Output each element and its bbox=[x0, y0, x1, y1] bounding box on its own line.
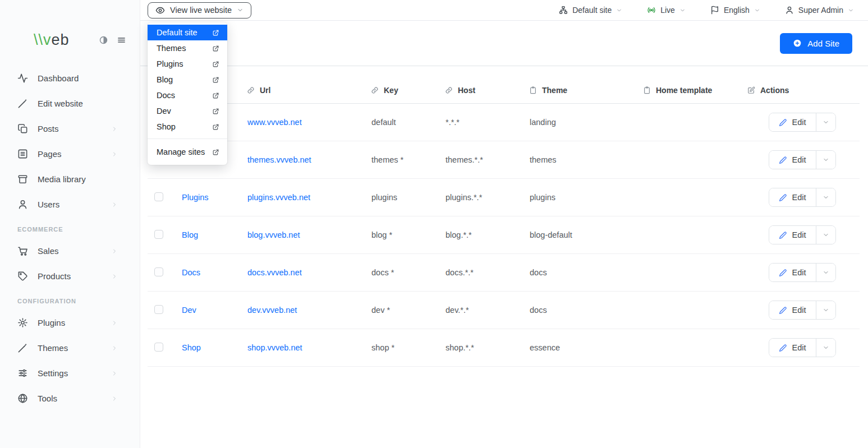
edit-button[interactable]: Edit bbox=[769, 301, 816, 319]
view-live-website-label: View live website bbox=[170, 6, 232, 15]
menu-item-label: Plugins bbox=[157, 59, 183, 68]
edit-button-label: Edit bbox=[792, 306, 806, 315]
sidebar-item-label: Themes bbox=[38, 343, 68, 353]
sidebar-item[interactable]: Sales bbox=[0, 238, 140, 264]
sidebar-item[interactable]: Posts bbox=[0, 116, 140, 141]
sidebar-item-icon bbox=[17, 271, 28, 281]
menu-item[interactable]: Themes bbox=[148, 40, 227, 56]
edit-dropdown-toggle[interactable] bbox=[816, 113, 835, 131]
topbar-right-menu: Default site Live English Super Admin bbox=[559, 6, 854, 15]
row-checkbox[interactable] bbox=[154, 192, 163, 201]
edit-dropdown-toggle[interactable] bbox=[816, 264, 835, 281]
sidebar-item[interactable]: Products bbox=[0, 264, 140, 289]
site-url-link[interactable]: themes.vvveb.net bbox=[247, 155, 311, 164]
table-row: Themes themes.vvveb.net themes * themes.… bbox=[148, 141, 860, 179]
sidebar-item[interactable]: Plugins bbox=[0, 310, 140, 335]
site-url-link[interactable]: shop.vvveb.net bbox=[247, 343, 302, 352]
pencil-icon bbox=[779, 306, 787, 315]
sidebar-item[interactable]: Users bbox=[0, 192, 140, 217]
edit-dropdown-toggle[interactable] bbox=[816, 301, 835, 319]
row-checkbox[interactable] bbox=[154, 230, 163, 239]
edit-dropdown-toggle[interactable] bbox=[816, 151, 835, 169]
site-theme-cell: plugins bbox=[529, 179, 643, 216]
menu-item[interactable]: Docs bbox=[148, 87, 227, 103]
sidebar-item[interactable]: Themes bbox=[0, 335, 140, 361]
pencil-icon bbox=[779, 344, 787, 352]
topbar-menu-item[interactable]: Live bbox=[647, 6, 686, 15]
chevron-down-icon bbox=[823, 232, 829, 238]
sidebar-item-icon bbox=[17, 393, 28, 404]
topbar-menu-item[interactable]: English bbox=[710, 6, 760, 15]
site-name-link[interactable]: Docs bbox=[182, 268, 200, 277]
menu-item[interactable]: Shop bbox=[148, 119, 227, 135]
logo-green-part: \\v bbox=[34, 31, 52, 48]
row-checkbox[interactable] bbox=[154, 267, 163, 276]
column-header-label: Actions bbox=[760, 86, 789, 95]
menu-item[interactable]: Default site bbox=[148, 25, 227, 40]
add-site-button[interactable]: Add Site bbox=[780, 33, 852, 54]
sidebar-item-label: Products bbox=[38, 271, 71, 281]
site-name-link[interactable]: Blog bbox=[182, 230, 198, 239]
sidebar-item-label: Dashboard bbox=[38, 73, 79, 83]
site-url-link[interactable]: blog.vvveb.net bbox=[247, 230, 300, 239]
edit-button[interactable]: Edit bbox=[769, 113, 816, 131]
column-header: Actions bbox=[747, 77, 860, 104]
chevron-right-icon bbox=[111, 201, 118, 208]
sidebar-item[interactable]: Settings bbox=[0, 361, 140, 386]
site-name-link[interactable]: Plugins bbox=[182, 193, 209, 202]
edit-button[interactable]: Edit bbox=[769, 188, 816, 206]
app-logo: \\veb bbox=[34, 33, 90, 48]
view-live-website-button[interactable]: View live website bbox=[148, 2, 251, 19]
edit-dropdown-toggle[interactable] bbox=[816, 188, 835, 206]
edit-button-group: Edit bbox=[769, 338, 836, 357]
site-url-link[interactable]: dev.vvveb.net bbox=[247, 306, 297, 315]
site-url-link[interactable]: docs.vvveb.net bbox=[247, 268, 302, 277]
dark-mode-toggle-icon[interactable] bbox=[99, 35, 108, 45]
row-checkbox[interactable] bbox=[154, 343, 163, 352]
chevron-down-icon bbox=[823, 156, 829, 163]
site-theme-cell: essence bbox=[529, 329, 643, 367]
chevron-right-icon bbox=[111, 320, 118, 326]
site-key-cell: blog * bbox=[371, 216, 445, 254]
site-url-link[interactable]: plugins.vvveb.net bbox=[247, 193, 310, 202]
chevron-right-icon bbox=[111, 151, 118, 158]
topbar-menu-item[interactable]: Super Admin bbox=[785, 6, 854, 15]
menu-item[interactable]: Dev bbox=[148, 103, 227, 119]
sidebar-item-icon bbox=[17, 149, 28, 159]
site-home-template-cell bbox=[643, 292, 747, 329]
site-url-link[interactable]: www.vvveb.net bbox=[247, 118, 302, 127]
row-checkbox[interactable] bbox=[154, 305, 163, 314]
edit-button[interactable]: Edit bbox=[769, 339, 816, 357]
pencil-icon bbox=[779, 156, 787, 164]
topbar-item-icon bbox=[647, 6, 656, 15]
edit-button-label: Edit bbox=[792, 230, 806, 239]
menu-item-manage-sites[interactable]: Manage sites bbox=[148, 142, 227, 161]
menu-item[interactable]: Plugins bbox=[148, 56, 227, 72]
topbar-menu-item[interactable]: Default site bbox=[559, 6, 622, 15]
table-row: Plugins plugins.vvveb.net plugins plugin… bbox=[148, 179, 860, 216]
sidebar-item-icon bbox=[17, 73, 28, 84]
edit-button[interactable]: Edit bbox=[769, 226, 816, 244]
edit-dropdown-toggle[interactable] bbox=[816, 226, 835, 244]
edit-button[interactable]: Edit bbox=[769, 264, 816, 281]
menu-item[interactable]: Blog bbox=[148, 72, 227, 87]
site-name-link[interactable]: Dev bbox=[182, 306, 196, 315]
sidebar-item[interactable]: Edit website bbox=[0, 91, 140, 116]
column-header: Url bbox=[247, 77, 371, 104]
site-name-link[interactable]: Shop bbox=[182, 343, 201, 352]
sidebar-item[interactable]: Media library bbox=[0, 167, 140, 192]
sidebar: \\veb Dashboard Edit website Posts Pages… bbox=[0, 0, 140, 448]
sidebar-item[interactable]: Dashboard bbox=[0, 66, 140, 91]
sidebar-item-label: Media library bbox=[38, 174, 86, 184]
table-row: www.vvveb.net default *.*.* landing Edit bbox=[148, 104, 860, 141]
site-theme-cell: themes bbox=[529, 141, 643, 179]
external-link-icon bbox=[212, 45, 219, 52]
sidebar-item-icon bbox=[17, 98, 28, 109]
edit-button[interactable]: Edit bbox=[769, 151, 816, 169]
edit-dropdown-toggle[interactable] bbox=[816, 339, 835, 357]
site-key-cell: themes * bbox=[371, 141, 445, 179]
sidebar-item[interactable]: Pages bbox=[0, 141, 140, 167]
sidebar-collapse-icon[interactable] bbox=[117, 35, 126, 45]
sidebar-item[interactable]: Tools bbox=[0, 386, 140, 411]
menu-item-label: Blog bbox=[157, 75, 173, 84]
